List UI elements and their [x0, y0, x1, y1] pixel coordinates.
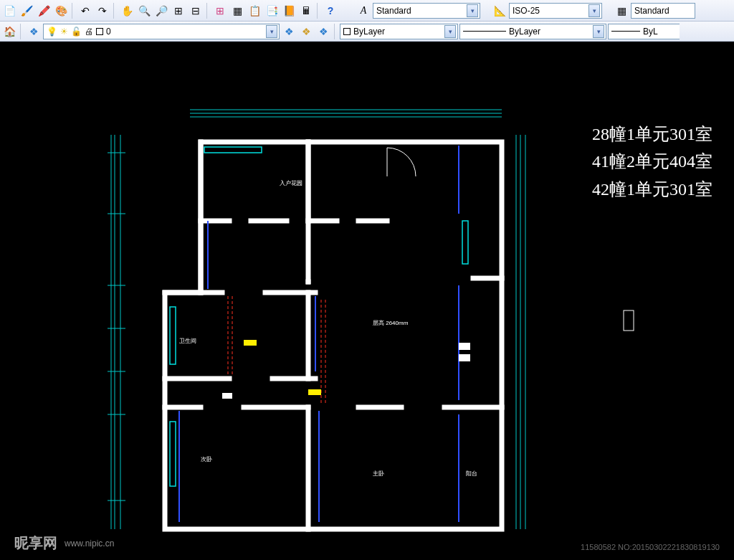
- dim-style-selector[interactable]: ISO-25 ▾: [509, 3, 602, 19]
- home-icon[interactable]: 🏠: [1, 24, 17, 39]
- layer-manager-icon[interactable]: ❖: [26, 24, 42, 39]
- svg-rect-39: [462, 221, 468, 264]
- room-note: 阳台: [466, 470, 477, 477]
- main-toolbar: 📄 🖌️ 🖍️ 🎨 ↶ ↷ ✋ 🔍 🔎 ⊞ ⊟ ⊞ ▦ 📋 📑 📙 🖩 ? A …: [0, 0, 734, 22]
- properties-icon[interactable]: ⊞: [212, 3, 228, 19]
- markup-icon[interactable]: 📙: [281, 3, 297, 19]
- zoom-realtime-icon[interactable]: 🔎: [153, 3, 169, 19]
- tool-palette-icon[interactable]: 📋: [247, 3, 262, 19]
- unit-label-1: 28幢1单元301室: [592, 120, 712, 148]
- lock-icon: 🔓: [71, 27, 82, 37]
- unit-labels: 28幢1单元301室 41幢2单元404室 42幢1单元301室: [592, 120, 712, 203]
- zoom-in-icon[interactable]: 🔍: [136, 3, 152, 19]
- room-note: 卫生间: [179, 338, 196, 344]
- layer-match-icon[interactable]: ❖: [315, 24, 331, 39]
- floor-plan-drawing: 入户花园 层高 2640mm 卫生间 次卧 主卧 阳台: [0, 42, 734, 560]
- color-value: ByLayer: [353, 27, 385, 37]
- meta-no: NO:20150302221830819130: [618, 543, 720, 551]
- zoom-window-icon[interactable]: ⊞: [171, 3, 186, 19]
- save-icon[interactable]: 🖍️: [36, 3, 52, 19]
- room-note: 次卧: [201, 456, 212, 462]
- separator: [206, 3, 209, 19]
- unit-label-3: 42幢1单元301室: [592, 176, 712, 203]
- table-style-selector[interactable]: Standard: [631, 3, 695, 19]
- layers-toolbar: 🏠 ❖ 💡 ☀ 🔓 🖨 0 ▾ ❖ ❖ ❖ ByLayer ▾ ByLayer …: [0, 22, 734, 42]
- svg-rect-36: [204, 147, 262, 153]
- separator: [20, 24, 23, 39]
- line-sample: [611, 31, 640, 32]
- new-icon[interactable]: 📄: [1, 3, 17, 19]
- calc-icon[interactable]: 🖩: [298, 3, 314, 19]
- linetype-selector[interactable]: ByLayer ▾: [459, 24, 606, 39]
- dropdown-arrow-icon[interactable]: ▾: [266, 25, 277, 38]
- dim-style-value: ISO-25: [513, 6, 540, 16]
- dropdown-arrow-icon[interactable]: ▾: [467, 4, 478, 17]
- text-style-icon[interactable]: A: [356, 3, 371, 19]
- brush-icon[interactable]: 🎨: [53, 3, 69, 19]
- svg-rect-54: [459, 343, 470, 350]
- svg-rect-52: [244, 340, 257, 346]
- dim-style-icon[interactable]: 📐: [492, 3, 507, 19]
- help-icon[interactable]: ?: [323, 3, 338, 19]
- sheet-set-icon[interactable]: 📑: [264, 3, 280, 19]
- dropdown-arrow-icon[interactable]: ▾: [588, 4, 600, 17]
- separator: [317, 3, 320, 19]
- svg-rect-16: [624, 310, 634, 331]
- plot-icon: 🖨: [85, 27, 93, 37]
- watermark: 昵享网 www.nipic.cn: [14, 533, 114, 553]
- separator: [334, 24, 337, 39]
- svg-rect-37: [170, 307, 176, 364]
- line-sample: [463, 31, 506, 32]
- linetype-value: ByLayer: [509, 27, 540, 37]
- layer-previous-icon[interactable]: ❖: [281, 24, 297, 39]
- room-label-living: 层高 2640mm: [373, 320, 409, 326]
- layer-name: 0: [106, 27, 111, 37]
- separator: [113, 3, 116, 19]
- svg-rect-38: [170, 422, 176, 486]
- undo-icon[interactable]: ↶: [77, 3, 93, 19]
- separator: [72, 3, 75, 19]
- dropdown-arrow-icon[interactable]: ▾: [593, 25, 604, 38]
- watermark-url: www.nipic.cn: [65, 538, 114, 549]
- svg-rect-56: [222, 393, 232, 399]
- pan-icon[interactable]: ✋: [119, 3, 135, 19]
- svg-rect-53: [308, 389, 321, 395]
- design-center-icon[interactable]: ▦: [229, 3, 245, 19]
- layer-selector[interactable]: 💡 ☀ 🔓 🖨 0 ▾: [43, 24, 280, 39]
- room-label-entry: 入户花园: [280, 180, 302, 186]
- room-note: 主卧: [373, 470, 384, 477]
- table-style-value: Standard: [634, 6, 669, 16]
- drawing-canvas[interactable]: 入户花园 层高 2640mm 卫生间 次卧 主卧 阳台 28幢1单元301室 4…: [0, 42, 734, 560]
- color-swatch: [96, 28, 103, 35]
- dropdown-arrow-icon[interactable]: ▾: [444, 25, 456, 38]
- redo-icon[interactable]: ↷: [95, 3, 110, 19]
- watermark-brand: 昵享网: [14, 533, 57, 553]
- lineweight-selector[interactable]: ByL: [608, 24, 680, 39]
- layer-states-icon[interactable]: ❖: [298, 24, 314, 39]
- text-style-value: Standard: [376, 6, 411, 16]
- image-meta: 11580582 NO:20150302221830819130: [581, 543, 720, 551]
- table-style-icon[interactable]: ▦: [614, 3, 629, 19]
- text-style-selector[interactable]: Standard ▾: [373, 3, 480, 19]
- sun-icon: ☀: [60, 27, 68, 37]
- lineweight-value: ByL: [643, 27, 658, 37]
- color-selector[interactable]: ByLayer ▾: [340, 24, 458, 39]
- svg-rect-55: [459, 354, 470, 361]
- bulb-on-icon: 💡: [47, 27, 57, 37]
- unit-label-2: 41幢2单元404室: [592, 148, 712, 175]
- open-icon[interactable]: 🖌️: [19, 3, 34, 19]
- color-swatch: [343, 28, 351, 35]
- meta-id: 11580582: [581, 543, 616, 551]
- zoom-previous-icon[interactable]: ⊟: [188, 3, 204, 19]
